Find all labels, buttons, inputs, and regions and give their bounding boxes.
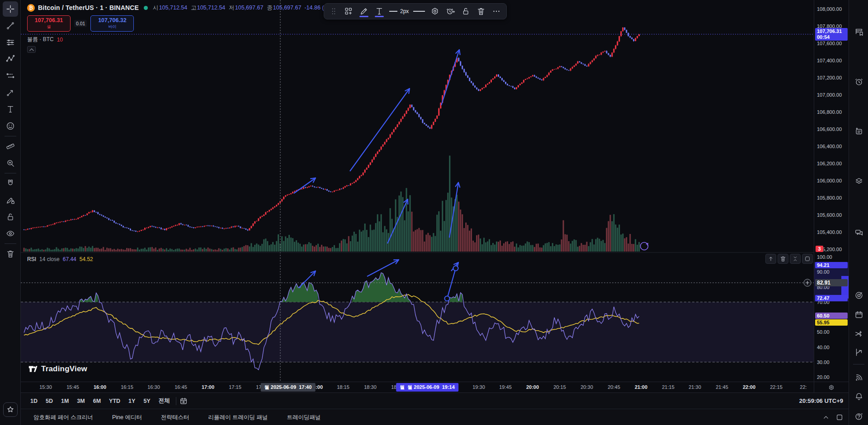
object-toolbar-template[interactable] [341,5,356,18]
bottom-tab[interactable]: Pine 에디터 [106,411,148,424]
range-5D-button[interactable]: 5D [42,396,56,406]
time-tick: 16:15 [121,384,133,390]
time-tick: 20:15 [553,384,566,390]
range-YTD-button[interactable]: YTD [106,396,123,406]
range-전체-button[interactable]: 전체 [156,395,173,406]
sidebar-compare-arrows-button[interactable] [852,327,865,340]
tool-arrow-tool[interactable] [3,85,18,100]
range-1Y-button[interactable]: 1Y [125,396,138,406]
tool-trash[interactable] [3,246,18,262]
bottom-tab[interactable]: 암호화폐 페어 스크리너 [27,411,99,424]
chart-canvas[interactable] [21,0,814,382]
object-toolbar-line-style[interactable] [411,5,427,18]
go-to-date-button[interactable] [179,397,188,406]
tool-trendline[interactable] [3,18,18,33]
symbol-title[interactable]: Bitcoin / TetherUS · 1 · BINANCE [38,4,139,11]
tool-eye[interactable] [3,226,18,241]
pattern-icon [5,54,15,64]
object-toolbar-pencil[interactable] [357,5,371,18]
range-6M-button[interactable]: 6M [90,396,104,406]
sidebar-screener-radar-button[interactable] [852,289,865,302]
scale-settings-corner[interactable] [814,382,849,392]
bottom-tab[interactable]: 트레이딩패널 [280,411,327,424]
panel-collapse-button[interactable] [821,413,830,422]
time-axis[interactable]: 15:3015:4516:0016:1516:3016:4517:0017:15… [21,382,814,392]
sell-button[interactable]: 107,706.31 셀 [27,15,71,32]
tool-crosshair[interactable] [3,1,18,17]
time-tick: 21:00 [635,384,647,390]
tool-forecast[interactable] [3,68,18,84]
object-toolbar-alarm-plus[interactable] [443,5,458,18]
sidebar-watchlist-button[interactable] [852,25,865,38]
time-tick: 16:30 [147,384,160,390]
volume-legend[interactable]: 볼륨 · BTC 10 [27,36,334,43]
sidebar-journal-plus-button[interactable] [852,125,865,138]
object-toolbar-more[interactable] [489,5,504,18]
range-3M-button[interactable]: 3M [74,396,88,406]
rsi-maximize-button[interactable] [802,254,813,264]
object-toolbar-trash[interactable] [474,5,488,18]
object-toolbar-text-tool[interactable] [372,5,387,18]
rsi-move-up-button[interactable] [765,254,776,264]
buy-label: 바이 [94,24,131,30]
rsi-tick: 20.00 [817,374,830,380]
bottom-tab[interactable]: 전략테스터 [155,411,196,424]
price-tick: 106,000.00 [817,178,842,183]
tool-multiline[interactable] [3,35,18,50]
sidebar-layers-button[interactable] [852,174,865,187]
range-5Y-button[interactable]: 5Y [140,396,153,406]
tool-draw-lock[interactable] [3,192,18,208]
tool-pattern[interactable] [3,51,18,67]
tool-ruler[interactable] [3,139,18,154]
go-to-date-icon [179,397,188,406]
settings-hex-icon [430,6,440,16]
sidebar-chat-button[interactable] [852,226,865,239]
template-icon [344,6,354,16]
tool-zoom-in[interactable] [3,155,18,171]
sidebar-help-button[interactable] [852,410,865,423]
ohlc-종: 종105,697.67 [267,4,301,12]
tool-lock[interactable] [3,209,18,224]
sidebar-broadcast-button[interactable] [852,371,865,384]
rsi-collapse-button[interactable] [790,254,801,264]
sell-label: 셀 [30,24,67,30]
tool-emoji[interactable] [3,118,18,134]
sidebar-bell-button[interactable] [852,390,865,403]
drag-handle-icon [329,6,339,16]
line-width-sample [389,11,397,12]
object-toolbar-drag-handle[interactable] [327,5,340,18]
sidebar-calendar-button[interactable] [852,308,865,321]
bitcoin-logo-icon: ₿ [27,4,35,12]
range-1M-button[interactable]: 1M [58,396,72,406]
rsi-delete-button[interactable] [778,254,788,264]
rsi-pane-legend[interactable]: RSI 14 close 67.44 54.52 [27,256,93,262]
legend-collapse-button[interactable] [27,46,36,53]
sidebar-priceline-flag-button[interactable] [852,346,865,359]
panel-maximize-button[interactable] [835,413,844,422]
time-tick: 15:30 [39,384,52,390]
chevron-up-icon [27,45,36,54]
bottom-tab[interactable]: 리플레이 트레이딩 패널 [202,411,274,424]
chart-area[interactable]: ₿ Bitcoin / TetherUS · 1 · BINANCE 시105,… [21,0,814,382]
object-toolbar-line-width[interactable]: 2px [387,5,410,18]
broadcast-icon [854,373,864,383]
market-status-dot[interactable] [144,6,148,10]
range-1D-button[interactable]: 1D [27,396,41,406]
object-toolbar-settings-hex[interactable] [428,5,442,18]
tool-magnet[interactable] [3,176,18,191]
price-scale[interactable]: 108,000.00107,800.00107,600.00107,400.00… [814,0,849,382]
star-icon [6,405,15,414]
help-icon [854,411,864,421]
sidebar-alarm-clock-button[interactable] [852,75,865,88]
price-tick: 106,600.00 [817,126,842,132]
favorites-star-button[interactable] [3,402,18,417]
rsi-badge-55.95: 55.95 [815,319,848,326]
tradingview-logo[interactable]: TradingView [28,364,87,374]
time-tick: 17:00 [202,384,214,390]
scale-settings-icon [827,383,836,392]
object-toolbar-unlock[interactable] [458,5,473,18]
buy-button[interactable]: 107,706.32 바이 [90,15,134,32]
tool-text-tool-T[interactable] [3,102,18,117]
divider [5,173,16,173]
clock-utc[interactable]: 20:59:06 UTC+9 [799,397,843,404]
